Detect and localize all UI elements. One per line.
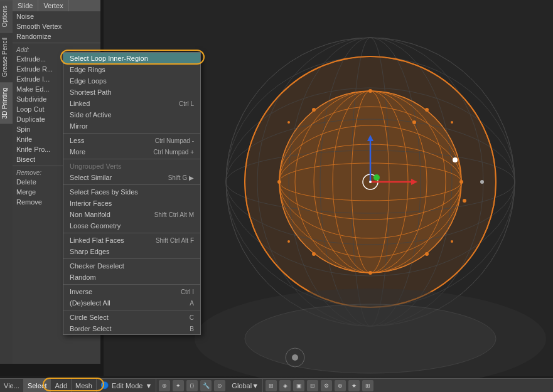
dropdown-item-border-select[interactable]: Border Select B bbox=[63, 323, 200, 334]
dropdown-item-mirror[interactable]: Mirror bbox=[63, 120, 200, 132]
statusbar-icons: ⊕ ✦ ⟨⟩ 🔧 ⊙ bbox=[156, 380, 228, 391]
sidebar-tab-options[interactable]: Options bbox=[0, 0, 13, 32]
dropdown-item-edge-rings[interactable]: Edge Rings bbox=[63, 64, 200, 75]
dropdown-item-select-similar[interactable]: Select Similar Shift G ▶ bbox=[63, 172, 200, 183]
dropdown-divider-7 bbox=[63, 310, 200, 310]
statusbar-mesh[interactable]: Mesh bbox=[72, 379, 97, 392]
statusbar-icon-transform[interactable]: ⟨⟩ bbox=[186, 380, 198, 391]
statusbar-right-icons: ⊞ ◈ ▣ ⊟ ⚙ ⊕ ★ ⊞ bbox=[263, 380, 376, 391]
statusbar-icon-snap[interactable]: 🔧 bbox=[200, 380, 212, 391]
dropdown-item-shortest-path[interactable]: Shortest Path bbox=[63, 87, 200, 98]
statusbar-right-icon-1[interactable]: ⊞ bbox=[266, 380, 277, 391]
dropdown-item-less[interactable]: Less Ctrl Numpad - bbox=[63, 135, 200, 146]
dropdown-item-random[interactable]: Random bbox=[63, 272, 200, 283]
dropdown-divider-1 bbox=[63, 133, 200, 134]
dropdown-item-checker-deselect[interactable]: Checker Deselect bbox=[63, 260, 200, 272]
dropdown-item-interior-faces[interactable]: Interior Faces bbox=[63, 198, 200, 209]
statusbar-mode-dropdown[interactable]: 🔵 Edit Mode ▼ bbox=[97, 379, 156, 392]
menu-tabs-row: Slide Vertex bbox=[13, 0, 100, 11]
statusbar-global-dropdown[interactable]: Global ▼ bbox=[228, 379, 263, 392]
statusbar-icon-proportional[interactable]: ⊙ bbox=[214, 380, 225, 391]
statusbar-right-icon-7[interactable]: ★ bbox=[348, 380, 360, 391]
dropdown-item-inverse[interactable]: Inverse Ctrl I bbox=[63, 286, 200, 297]
dropdown-item-sharp-edges[interactable]: Sharp Edges bbox=[63, 246, 200, 257]
dropdown-divider-4 bbox=[63, 233, 200, 233]
statusbar-view[interactable]: Vie... bbox=[0, 379, 24, 392]
dropdown-item-more[interactable]: More Ctrl Numpad + bbox=[63, 146, 200, 157]
menu-item-noise[interactable]: Noise bbox=[13, 11, 100, 21]
dropdown-item-loose-geometry[interactable]: Loose Geometry bbox=[63, 220, 200, 231]
dropdown-item-loop-inner[interactable]: Select Loop Inner-Region bbox=[63, 53, 200, 64]
dropdown-select-menu: Select Loop Inner-Region Edge Rings Edge… bbox=[63, 52, 201, 335]
dropdown-divider-3 bbox=[63, 184, 200, 185]
statusbar-add[interactable]: Add bbox=[51, 379, 72, 392]
dropdown-item-side-of-active[interactable]: Side of Active bbox=[63, 109, 200, 120]
sidebar-tab-3d-printing[interactable]: 3D Printing bbox=[0, 82, 13, 124]
dropdown-item-linked-flat-faces[interactable]: Linked Flat Faces Shift Ctrl Alt F bbox=[63, 235, 200, 246]
statusbar-right-icon-5[interactable]: ⚙ bbox=[321, 380, 332, 391]
menu-tab-vertex[interactable]: Vertex bbox=[38, 0, 68, 11]
dropdown-divider-5 bbox=[63, 258, 200, 259]
dropdown-item-linked[interactable]: Linked Ctrl L bbox=[63, 98, 200, 109]
statusbar-right-icon-2[interactable]: ◈ bbox=[279, 380, 291, 391]
menu-tab-slide[interactable]: Slide bbox=[13, 0, 38, 11]
statusbar-right-icon-4[interactable]: ⊟ bbox=[307, 380, 318, 391]
dropdown-item-deselect-all[interactable]: (De)select All A bbox=[63, 297, 200, 309]
statusbar-icon-2[interactable]: ✦ bbox=[173, 380, 184, 391]
statusbar-right-icon-3[interactable]: ▣ bbox=[293, 380, 304, 391]
menu-item-randomize[interactable]: Randomize bbox=[13, 31, 100, 41]
dropdown-divider-2 bbox=[63, 159, 200, 159]
dropdown-item-faces-by-sides[interactable]: Select Faces by Sides bbox=[63, 186, 200, 198]
statusbar-right-icon-6[interactable]: ⊕ bbox=[335, 380, 346, 391]
dropdown-item-non-manifold[interactable]: Non Manifold Shift Ctrl Alt M bbox=[63, 209, 200, 220]
statusbar: Vie... Select Add Mesh 🔵 Edit Mode ▼ ⊕ ✦… bbox=[0, 378, 553, 392]
statusbar-select-button[interactable]: Select bbox=[24, 379, 51, 392]
statusbar-icon-1[interactable]: ⊕ bbox=[159, 380, 170, 391]
dropdown-item-circle-select[interactable]: Circle Select C bbox=[63, 312, 200, 323]
dropdown-item-ungrouped-verts[interactable]: Ungrouped Verts bbox=[63, 161, 200, 172]
dropdown-divider-6 bbox=[63, 284, 200, 285]
divider-1 bbox=[13, 43, 100, 43]
left-tabs-panel: Options Grease Pencil 3D Printing bbox=[0, 0, 13, 364]
menu-item-smooth-vertex[interactable]: Smooth Vertex bbox=[13, 21, 100, 31]
statusbar-right-icon-8[interactable]: ⊞ bbox=[362, 380, 373, 391]
dropdown-item-edge-loops[interactable]: Edge Loops bbox=[63, 75, 200, 87]
sidebar-tab-grease-pencil[interactable]: Grease Pencil bbox=[0, 32, 13, 82]
